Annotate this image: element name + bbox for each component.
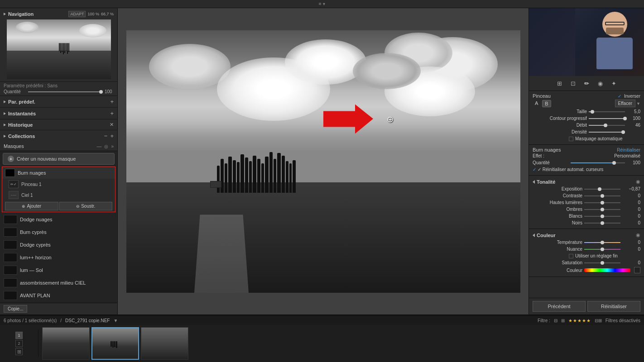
brush-b-btn[interactable]: B — [542, 100, 551, 107]
collections-minus[interactable]: − — [104, 133, 108, 139]
page-num-1[interactable]: 1 — [15, 332, 23, 339]
ombres-slider[interactable] — [584, 209, 620, 210]
dodge-nuages-item[interactable]: Dodge nuages — [0, 213, 117, 226]
tree-line — [217, 152, 296, 193]
filter-disabled[interactable]: Filtres désactivés — [606, 318, 640, 323]
film-thumb-3[interactable] — [141, 327, 188, 360]
filter-flag1[interactable]: ⊟ — [554, 318, 557, 323]
burn-quantite-slider[interactable] — [571, 162, 625, 163]
person-beard — [606, 28, 624, 34]
nav-header[interactable]: Navigation ADAPT 100 % 66,7 % — [4, 10, 114, 19]
exposition-slider[interactable] — [584, 189, 620, 190]
nav-zoom1[interactable]: 100 % — [87, 12, 99, 16]
lum-sol-item[interactable]: lum — Sol — [0, 264, 117, 276]
reset-button[interactable]: Réinitialiser — [587, 301, 640, 312]
blancs-slider[interactable] — [584, 216, 620, 217]
tool-star[interactable]: ✦ — [609, 78, 619, 88]
pinceau1-mask-item[interactable]: ✏✓ Pinceau 1 — [2, 179, 115, 190]
params-section: Paramètre prédéfini : Sans Quantité 100 — [0, 81, 117, 95]
erase-arrow[interactable]: ▼ — [636, 101, 640, 106]
road — [194, 214, 249, 292]
film-thumb-1[interactable] — [42, 327, 90, 360]
film-thumb-2[interactable] — [91, 327, 139, 360]
contraste-slider[interactable] — [584, 195, 620, 196]
building — [210, 181, 221, 188]
historique-close[interactable]: ✕ — [110, 122, 114, 128]
historique-header[interactable]: Historique ✕ — [0, 119, 117, 130]
instantanes-header[interactable]: Instantanés + — [0, 108, 117, 119]
nuance-slider[interactable] — [584, 249, 620, 250]
lum-horizon-item[interactable]: lum++ horizon — [0, 251, 117, 264]
person-area — [592, 12, 637, 73]
hautes-lumieres-value: 0 — [622, 200, 640, 205]
page-add[interactable]: ⊞ — [15, 348, 23, 355]
hautes-lumieres-slider[interactable] — [584, 202, 620, 203]
burn-cypres-item[interactable]: Burn cyprès — [0, 226, 117, 238]
brush-a-btn[interactable]: A — [533, 100, 540, 107]
dodge-cypres-item[interactable]: Dodge cyprès — [0, 238, 117, 251]
masks-eye[interactable]: ◎ — [104, 144, 108, 149]
fine-tune-checkbox[interactable] — [569, 254, 573, 258]
couleur-swatch[interactable] — [634, 267, 640, 273]
tool-eye[interactable]: ◉ — [595, 78, 605, 88]
mask-subtract-btn[interactable]: ⊖ Soustr. — [59, 202, 113, 210]
ciel1-mask-item[interactable]: ~~~ Ciel 1 — [2, 190, 115, 200]
noirs-label: Noirs — [533, 220, 582, 225]
tool-equalizer[interactable]: ⊞ — [554, 78, 564, 88]
filter-flag2[interactable]: ⊞ — [561, 318, 565, 323]
fine-tune-label: Utiliser un réglage fin — [575, 253, 618, 258]
taille-slider[interactable] — [589, 111, 625, 112]
collections-header[interactable]: Collections − + — [0, 130, 117, 142]
assombrissement-item[interactable]: assombrissement milieu CIEL — [0, 276, 117, 289]
tonalite-eye[interactable]: ◉ — [636, 179, 640, 185]
par-predef-add[interactable]: + — [110, 98, 114, 105]
prev-button[interactable]: Précédent — [533, 301, 586, 312]
invert-check: ✓ — [618, 94, 621, 99]
tool-brush[interactable]: ✏ — [582, 78, 591, 88]
erase-btn[interactable]: Effacer — [615, 100, 636, 107]
couleur-triangle[interactable] — [533, 233, 535, 237]
taille-value: 5,0 — [627, 109, 640, 114]
nav-triangle — [4, 13, 6, 15]
masks-title: Masques — [4, 143, 24, 149]
star-rating[interactable]: ★★★★★ — [568, 318, 591, 323]
nav-adapt[interactable]: ADAPT — [68, 11, 86, 17]
brush-section: Pinceau ✓ Inverser A B Effacer ▼ — [529, 91, 644, 145]
burn-nuages-mask-item[interactable]: Burn nuages — [2, 167, 115, 179]
blancs-value: 0 — [622, 214, 640, 219]
instantanes-add[interactable]: + — [110, 110, 114, 117]
debit-slider[interactable] — [589, 125, 625, 126]
par-predef-header[interactable]: Par. prédef. + — [0, 96, 117, 107]
pinceau1-thumb: ✏✓ — [9, 180, 19, 188]
burn-quantite-label: Quantité — [533, 160, 569, 165]
couleur-eye[interactable]: ◉ — [636, 232, 640, 238]
taille-label: Taille — [533, 109, 587, 114]
status-file[interactable]: DSC_2791 copie.NEF — [65, 318, 110, 323]
nuance-value: 0 — [622, 247, 640, 252]
temperature-slider[interactable] — [584, 242, 620, 243]
nav-zoom2[interactable]: 66,7 % — [101, 12, 114, 16]
masks-minus[interactable]: — — [96, 143, 101, 149]
auto-mask-checkbox[interactable] — [569, 137, 573, 141]
mask-add-btn[interactable]: ⊕ Ajouter — [5, 202, 58, 210]
avant-plan-item[interactable]: AVANT PLAN — [0, 289, 117, 302]
create-mask-btn[interactable]: + Créer un nouveau masque — [3, 153, 115, 165]
saturation-slider[interactable] — [584, 262, 620, 263]
burn-cypres-name: Burn cyprès — [20, 229, 47, 235]
tool-crop[interactable]: ⊡ — [568, 78, 578, 88]
masks-expand[interactable]: » — [111, 144, 114, 149]
collections-add[interactable]: + — [110, 133, 114, 139]
densite-slider[interactable] — [589, 132, 625, 133]
reset-cursors-label[interactable]: ✓ Réinitialiser automat. curseurs — [538, 167, 603, 172]
noirs-slider[interactable] — [584, 223, 620, 224]
filter-flags-extra[interactable]: ⊟⊞ — [595, 318, 602, 323]
page-num-2[interactable]: 2 — [15, 340, 23, 347]
contour-slider[interactable] — [589, 118, 625, 119]
quantite-slider[interactable] — [28, 91, 103, 92]
status-file-arrow[interactable]: ▼ — [113, 318, 118, 323]
burn-reset-btn[interactable]: Réinitialiser — [617, 148, 640, 152]
tonalite-triangle[interactable] — [533, 180, 535, 184]
dodge-nuages-name: Dodge nuages — [20, 217, 53, 222]
invert-label[interactable]: Inverser — [624, 94, 640, 99]
copy-button[interactable]: Copie... — [4, 305, 27, 313]
